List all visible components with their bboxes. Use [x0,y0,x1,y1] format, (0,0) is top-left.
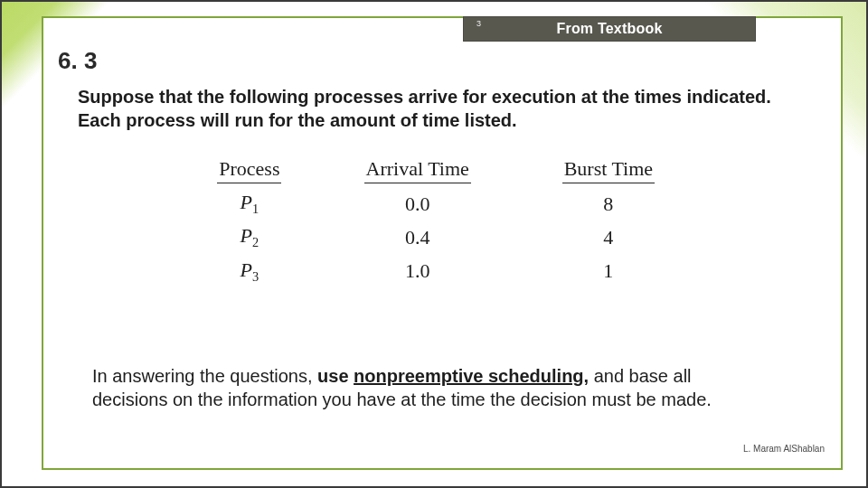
process-name: P2 [241,224,259,247]
col-process: Process [217,157,281,183]
slide-frame: 3 From Textbook 6. 3 Suppose that the fo… [0,0,868,488]
instruction-paragraph: In answering the questions, use nonpreem… [92,365,743,411]
burst-cell: 1 [519,255,698,288]
source-label: From Textbook [464,21,755,37]
author-credit: L. Maram AlShablan [743,444,825,454]
burst-cell: 4 [519,221,698,254]
process-table: Process Arrival Time Burst Time P1 0.0 8… [183,155,698,288]
table-row: P3 1.0 1 [183,255,698,288]
process-name: P3 [241,258,259,281]
instr-lead: In answering the questions, [92,366,317,386]
table-row: P2 0.4 4 [183,221,698,254]
col-burst: Burst Time [562,157,655,183]
source-tag: 3 From Textbook [463,16,756,42]
arrival-cell: 1.0 [316,255,519,288]
arrival-cell: 0.0 [316,187,519,221]
table-header-row: Process Arrival Time Burst Time [183,155,698,187]
instr-bold-pre: use [317,366,354,386]
arrival-cell: 0.4 [316,221,519,254]
instr-underline: nonpreemptive scheduling [354,366,583,386]
section-number: 6. 3 [58,47,97,75]
col-arrival: Arrival Time [364,157,471,183]
process-name: P1 [241,191,259,213]
table-row: P1 0.0 8 [183,187,698,221]
burst-cell: 8 [519,187,698,221]
intro-paragraph: Suppose that the following processes arr… [78,85,801,132]
page-number: 3 [476,19,481,28]
